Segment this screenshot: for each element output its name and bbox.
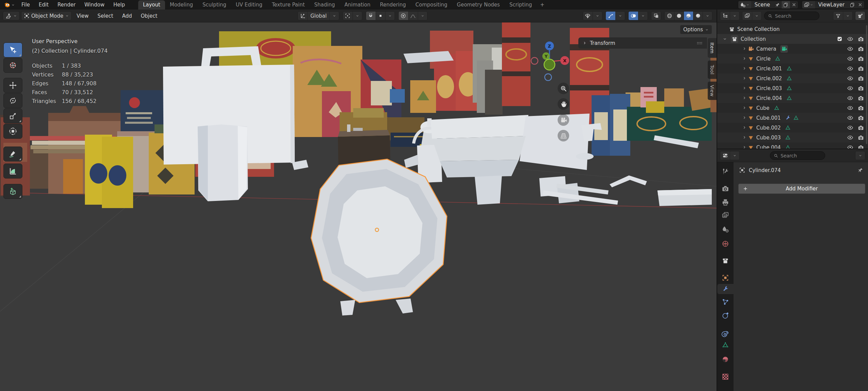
properties-tab-texture[interactable]	[717, 372, 734, 382]
scene-name[interactable]: Scene	[751, 2, 774, 8]
menu-help[interactable]: Help	[109, 0, 129, 10]
hide-viewport-toggle[interactable]	[847, 144, 853, 149]
properties-tab-material[interactable]	[717, 354, 734, 364]
shading-dropdown[interactable]	[703, 12, 712, 20]
outliner-row-cube-001[interactable]: Cube.001	[717, 113, 868, 123]
workspace-tab-sculpting[interactable]: Sculpting	[198, 0, 231, 10]
outliner-search-input[interactable]	[775, 13, 816, 19]
properties-tab-collection[interactable]	[717, 256, 734, 266]
properties-search-input[interactable]	[781, 153, 821, 158]
disclosure-right-icon[interactable]	[742, 85, 747, 92]
properties-options-dropdown[interactable]	[855, 151, 865, 160]
properties-tab-output[interactable]	[717, 197, 734, 207]
properties-tab-modifiers[interactable]	[717, 284, 734, 294]
transform-orientation-dropdown[interactable]: Global	[297, 11, 339, 20]
workspace-tab-compositing[interactable]: Compositing	[411, 0, 452, 10]
properties-tab-view-layer[interactable]	[717, 210, 734, 220]
outliner-row-circle-002[interactable]: Circle.002	[717, 73, 868, 83]
disclosure-right-icon[interactable]	[742, 55, 747, 62]
outliner-row-camera[interactable]: Camera	[717, 44, 868, 54]
hide-viewport-toggle[interactable]	[847, 105, 853, 111]
disable-render-toggle[interactable]	[858, 95, 864, 101]
collection-checkbox[interactable]	[837, 36, 843, 42]
outliner-row-cube[interactable]: Cube	[717, 103, 868, 113]
disable-render-toggle[interactable]	[858, 115, 864, 121]
disclosure-right-icon[interactable]	[742, 75, 747, 82]
workspace-tab-rendering[interactable]: Rendering	[375, 0, 411, 10]
viewport-menu-select[interactable]: Select	[94, 10, 117, 22]
menu-render[interactable]: Render	[53, 0, 80, 10]
outliner-row-circle-003[interactable]: Circle.003	[717, 83, 868, 93]
tool-rotate[interactable]	[3, 93, 22, 108]
shading-material-preview-button[interactable]	[684, 12, 693, 20]
disclosure-right-icon[interactable]	[742, 46, 747, 52]
scene-pin-button[interactable]	[774, 1, 782, 8]
hide-viewport-toggle[interactable]	[847, 46, 853, 52]
viewport-menu-add[interactable]: Add	[118, 10, 135, 22]
panel-drag-handle[interactable]	[696, 40, 703, 47]
view-layer-new-button[interactable]	[848, 1, 856, 8]
workspace-tab-texture-paint[interactable]: Texture Paint	[267, 0, 309, 10]
disable-render-toggle[interactable]	[858, 135, 864, 141]
disclosure-right-icon[interactable]	[742, 144, 747, 149]
tool-select-box[interactable]	[3, 42, 22, 57]
scene-unlink-button[interactable]	[790, 1, 798, 8]
pan-button[interactable]	[558, 98, 569, 110]
disable-render-toggle[interactable]	[858, 144, 864, 149]
snap-dropdown[interactable]	[385, 12, 395, 20]
add-workspace-button[interactable]: +	[537, 0, 548, 10]
disclosure-right-icon[interactable]	[742, 105, 747, 112]
tool-transform[interactable]	[3, 124, 22, 139]
hide-viewport-toggle[interactable]	[847, 75, 853, 82]
workspace-tab-animation[interactable]: Animation	[340, 0, 375, 10]
workspace-tab-scripting[interactable]: Scripting	[505, 0, 537, 10]
navigation-gizmo[interactable]: Y Z X	[528, 40, 573, 84]
viewport-3d[interactable]: Object Mode View Select Add Object Globa…	[0, 10, 717, 391]
blender-menu-button[interactable]	[0, 1, 17, 8]
mode-dropdown[interactable]: Object Mode	[21, 11, 72, 20]
properties-search[interactable]	[770, 151, 825, 160]
hide-viewport-toggle[interactable]	[847, 55, 853, 62]
properties-tab-object[interactable]	[717, 273, 734, 283]
properties-tab-tool[interactable]	[717, 167, 734, 177]
pivot-point-dropdown[interactable]	[343, 11, 362, 20]
view-layer-browse-button[interactable]	[802, 1, 815, 8]
transform-panel-header[interactable]: Transform	[578, 37, 707, 49]
overlays-dropdown[interactable]	[638, 12, 648, 20]
sidebar-tab-item[interactable]: Item	[708, 38, 717, 58]
shading-wireframe-button[interactable]	[665, 12, 674, 20]
disclosure-right-icon[interactable]	[742, 134, 747, 141]
outliner-scrollbar[interactable]	[866, 25, 867, 144]
pin-icon[interactable]	[857, 167, 863, 173]
outliner-filter-dropdown[interactable]	[833, 11, 853, 20]
new-collection-button[interactable]	[855, 11, 865, 20]
workspace-tab-uv-editing[interactable]: UV Editing	[231, 0, 267, 10]
outliner-row-cube-004[interactable]: Cube.004	[717, 142, 868, 149]
disclosure-right-icon[interactable]	[742, 65, 747, 72]
menu-window[interactable]: Window	[80, 0, 109, 10]
outliner-row-cube-003[interactable]: Cube.003	[717, 133, 868, 142]
outliner-search[interactable]	[764, 12, 819, 20]
gizmo-toggle[interactable]	[606, 12, 615, 20]
xray-toggle[interactable]	[651, 11, 661, 20]
orthographic-toggle-button[interactable]	[558, 130, 569, 141]
properties-tab-scene[interactable]	[717, 224, 734, 235]
viewport-menu-object[interactable]: Object	[137, 10, 161, 22]
disable-render-toggle[interactable]	[858, 75, 864, 82]
disable-render-toggle[interactable]	[858, 56, 864, 62]
workspace-tab-shading[interactable]: Shading	[309, 0, 340, 10]
workspace-tab-geometry-nodes[interactable]: Geometry Nodes	[452, 0, 505, 10]
properties-tab-physics[interactable]	[717, 310, 734, 321]
view-layer-name[interactable]: ViewLayer	[815, 2, 848, 8]
hide-viewport-toggle[interactable]	[847, 95, 853, 101]
disclosure-right-icon[interactable]	[742, 95, 747, 102]
scene-browse-button[interactable]	[738, 1, 751, 8]
properties-tab-render[interactable]	[717, 184, 734, 194]
tool-annotate[interactable]	[3, 147, 22, 162]
tool-scale[interactable]	[3, 108, 22, 123]
menu-edit[interactable]: Edit	[34, 0, 53, 10]
scene-new-button[interactable]	[782, 1, 790, 8]
editor-type-button[interactable]	[3, 11, 20, 20]
hide-viewport-toggle[interactable]	[847, 65, 853, 72]
hide-viewport-toggle[interactable]	[847, 134, 853, 141]
